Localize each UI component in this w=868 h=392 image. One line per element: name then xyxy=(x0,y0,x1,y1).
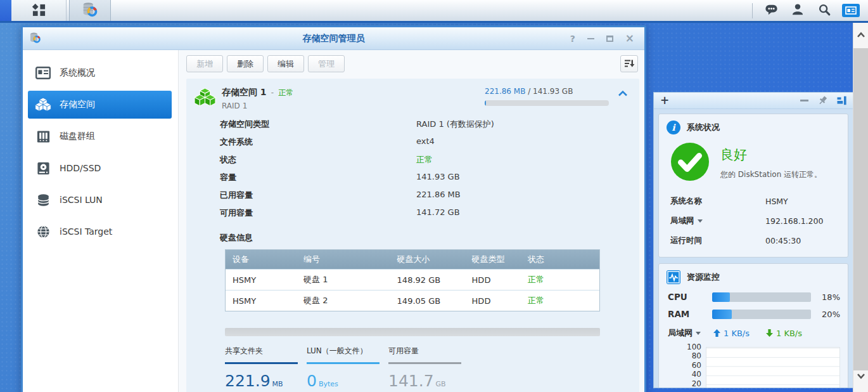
usage-stats: 共享文件夹 221.9MB LUN（一般文件） 0Bytes 可用容量 141.… xyxy=(225,346,600,390)
create-button[interactable]: 新增 xyxy=(186,55,223,72)
sidebar: 系统概况 存储空间 xyxy=(23,50,178,392)
collapse-chevron-up-icon[interactable] xyxy=(618,89,628,100)
health-row-uptime: 运行时间 00:45:30 xyxy=(667,231,840,251)
health-row-system-name: 系统名称 HSMY xyxy=(667,192,840,211)
volume-card: 存储空间 1 - 正常 RAID 1 221.86 MB / 141.93 GB xyxy=(186,79,639,392)
volume-usage-fill xyxy=(485,100,486,106)
col-type[interactable]: 硬盘类型 xyxy=(465,250,521,270)
search-icon xyxy=(817,3,831,18)
sidebar-item-label: iSCSI LUN xyxy=(60,195,103,205)
cpu-percent: 18% xyxy=(811,292,840,302)
sidebar-item-disk-group[interactable]: 磁盘群组 xyxy=(28,122,172,150)
edit-button[interactable]: 编辑 xyxy=(267,55,304,72)
search-button[interactable] xyxy=(811,0,838,21)
close-button[interactable]: × xyxy=(625,33,634,44)
disk-group-icon xyxy=(35,128,51,145)
health-status: 良好 xyxy=(720,146,822,164)
lan-traffic-dropdown[interactable]: 局域网 xyxy=(667,327,713,339)
window-titlebar[interactable]: 存储空间管理员 ? × xyxy=(23,27,644,50)
resource-monitor-widget: 资源监控 CPU 18% RAM 20% 局域网 1 KB/s xyxy=(658,263,848,388)
taskbar-right-icons xyxy=(752,0,868,21)
help-button[interactable]: ? xyxy=(570,34,575,43)
toolbar: 新增 删除 编辑 管理 xyxy=(179,50,644,77)
sidebar-item-iscsi-lun[interactable]: iSCSI LUN xyxy=(28,186,172,214)
widgets-panel-icon xyxy=(842,4,860,17)
maximize-button[interactable] xyxy=(606,36,613,42)
cpu-meter: CPU 18% xyxy=(667,292,840,302)
col-device[interactable]: 设备 xyxy=(226,250,297,270)
info-icon: i xyxy=(667,121,680,134)
sidebar-item-label: 磁盘群组 xyxy=(60,131,95,142)
main-menu-button[interactable] xyxy=(11,0,67,21)
volume-card-header[interactable]: 存储空间 1 - 正常 RAID 1 221.86 MB / 141.93 GB xyxy=(186,79,639,113)
chart-plot-area xyxy=(706,347,840,388)
lan-chart: 100806040200 xyxy=(667,347,840,388)
lan-dropdown[interactable]: 局域网 xyxy=(670,216,765,226)
sidebar-item-label: 存储空间 xyxy=(60,99,95,110)
window-app-icon xyxy=(29,32,41,46)
widgets-toggle-button[interactable] xyxy=(838,0,864,21)
chevron-down-icon xyxy=(698,219,703,223)
iscsi-target-icon xyxy=(35,223,51,240)
manage-button[interactable]: 管理 xyxy=(308,55,345,72)
sort-descending-icon xyxy=(624,58,635,69)
disk-row-1[interactable]: HSMY 硬盘 1 148.92 GB HDD 正常 xyxy=(226,270,599,291)
storage-manager-icon xyxy=(82,1,98,20)
volume-usage-bar xyxy=(485,100,609,106)
disk-row-2[interactable]: HSMY 硬盘 2 149.05 GB HDD 正常 xyxy=(226,291,599,311)
widget-panel: + xyxy=(653,92,853,388)
hdd-icon xyxy=(35,160,51,176)
upload-arrow-icon xyxy=(713,329,720,337)
sidebar-item-overview[interactable]: 系统概况 xyxy=(28,59,172,87)
col-status[interactable]: 状态 xyxy=(521,250,599,270)
volume-raid-type: RAID 1 xyxy=(222,101,293,110)
minus-icon xyxy=(800,100,808,101)
sidebar-item-hdd-ssd[interactable]: HDD/SSD xyxy=(28,154,172,182)
stat-shared-folders: 共享文件夹 221.9MB xyxy=(225,346,298,390)
upload-speed: 1 KB/s xyxy=(713,329,750,338)
pin-panel-button[interactable] xyxy=(818,96,827,105)
scroll-down-button[interactable] xyxy=(853,373,868,379)
system-health-title: 系统状况 xyxy=(687,122,720,133)
volume-cubes-green-icon xyxy=(194,87,216,110)
download-arrow-icon xyxy=(766,329,773,337)
user-menu-button[interactable] xyxy=(784,0,811,21)
detail-row: 状态 正常 xyxy=(186,151,639,169)
volume-usage-text: 221.86 MB / 141.93 GB xyxy=(485,87,609,96)
delete-button[interactable]: 删除 xyxy=(227,55,264,72)
taskbar-storage-manager-button[interactable] xyxy=(69,0,111,21)
sidebar-item-iscsi-target[interactable]: iSCSI Target xyxy=(28,218,172,245)
col-number[interactable]: 编号 xyxy=(297,250,390,270)
dock-panel-button[interactable] xyxy=(837,96,846,105)
pushpin-icon xyxy=(818,96,827,105)
taskbar-separator xyxy=(752,3,753,18)
iscsi-lun-icon xyxy=(35,192,51,208)
minimize-button[interactable] xyxy=(587,38,594,39)
collapse-panel-button[interactable] xyxy=(800,100,808,101)
sort-button[interactable] xyxy=(620,55,638,72)
sidebar-item-volume[interactable]: 存储空间 xyxy=(28,91,172,119)
chevron-up-icon xyxy=(857,32,865,38)
disk-info-title: 硬盘信息 xyxy=(186,232,639,244)
health-row-lan: 局域网 192.168.1.200 xyxy=(667,211,840,231)
main-content: 新增 删除 编辑 管理 xyxy=(178,50,644,392)
col-size[interactable]: 硬盘大小 xyxy=(390,250,465,270)
stat-lun: LUN（一般文件） 0Bytes xyxy=(307,346,380,390)
volume-cubes-icon xyxy=(35,96,51,113)
usage-separator: / xyxy=(525,87,533,96)
ram-percent: 20% xyxy=(811,310,840,319)
chat-bubble-icon xyxy=(764,3,779,18)
scroll-up-button[interactable] xyxy=(853,32,868,38)
add-widget-button[interactable]: + xyxy=(660,95,669,106)
overview-card-icon xyxy=(35,65,51,81)
chart-y-axis: 100806040200 xyxy=(667,347,706,388)
dock-right-icon xyxy=(837,96,846,105)
lan-traffic-row: 局域网 1 KB/s 1 KB/s xyxy=(667,327,840,339)
taskbar xyxy=(0,0,868,23)
sidebar-item-label: 系统概况 xyxy=(60,67,95,79)
scrollbar-thumb[interactable] xyxy=(853,48,868,370)
sidebar-item-label: iSCSI Target xyxy=(60,226,112,237)
notifications-button[interactable] xyxy=(758,0,784,21)
desktop-scrollbar[interactable] xyxy=(853,23,868,392)
download-speed: 1 KB/s xyxy=(766,329,802,338)
